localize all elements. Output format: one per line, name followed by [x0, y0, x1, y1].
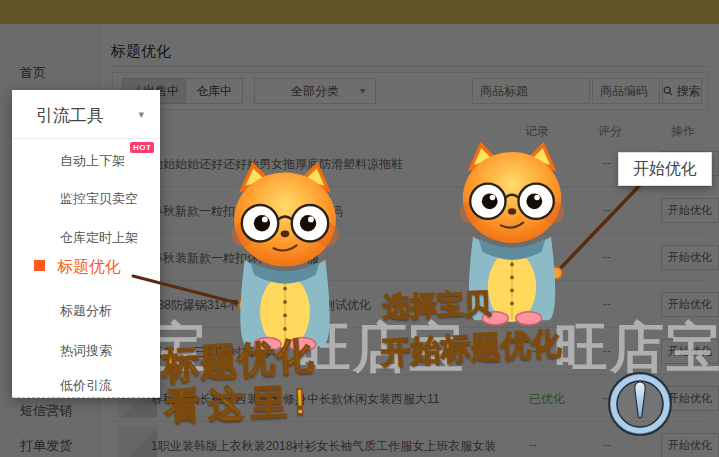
menu-item-label: 监控宝贝卖空 — [60, 191, 138, 206]
menu-item-label: 低价引流 — [60, 378, 112, 393]
fox-illustration — [217, 158, 353, 350]
menu-item-label: 标题分析 — [60, 303, 112, 318]
divider — [12, 138, 160, 139]
fox-mascot-left — [217, 158, 353, 350]
menu-item[interactable]: 热词搜索 — [60, 342, 112, 360]
menu-item-label: 热词搜索 — [60, 343, 112, 358]
menu-item[interactable]: 标题分析 — [60, 302, 112, 320]
top-navbar — [0, 0, 719, 24]
traffic-tools-menu: 引流工具 ▾ 自动上下架 HOT 监控宝贝卖空 仓库定时上架 标题优化 标题 — [12, 90, 160, 398]
callout-label: 开始优化 — [633, 160, 697, 177]
hot-badge: HOT — [130, 142, 154, 153]
exclamation-circle-icon — [606, 370, 674, 438]
handwriting-select-item: 选择宝贝 — [382, 285, 491, 325]
menu-title: 引流工具 — [36, 104, 104, 127]
menu-item-label: 标题优化 — [57, 258, 121, 275]
menu-item[interactable]: 仓库定时上架 — [60, 229, 138, 247]
menu-item[interactable]: 监控宝贝卖空 — [60, 190, 138, 208]
menu-item-label: 仓库定时上架 — [60, 230, 138, 245]
chevron-down-icon[interactable]: ▾ — [138, 108, 144, 121]
start-optimize-callout[interactable]: 开始优化 — [618, 152, 712, 186]
handwriting-look-here: 看这里! — [164, 377, 314, 431]
active-square-bullet — [34, 260, 45, 271]
menu-item-label: 自动上下架 — [60, 153, 125, 168]
menu-item[interactable]: 标题优化 — [57, 257, 121, 278]
menu-item[interactable]: 自动上下架 HOT — [60, 152, 125, 170]
menu-item[interactable]: 低价引流 — [60, 377, 112, 395]
